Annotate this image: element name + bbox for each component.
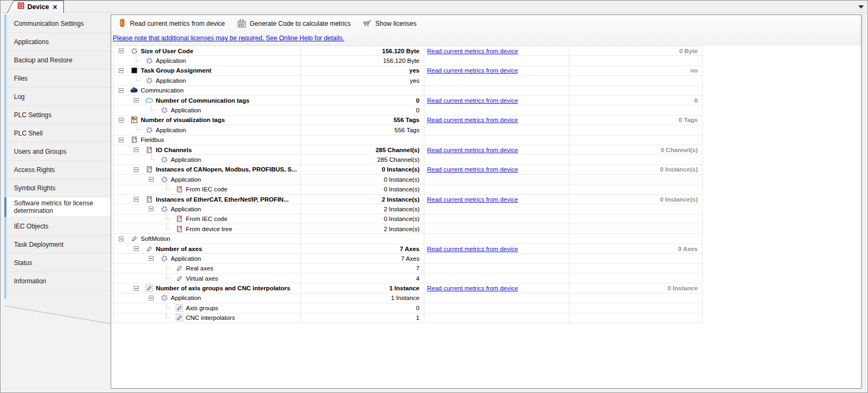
sidebar-item-applications[interactable]: Applications: [4, 33, 111, 51]
read-metrics-link[interactable]: Read current metrics from device: [427, 147, 518, 153]
metric-name-cell: Real axes: [114, 264, 301, 273]
read-metrics-link[interactable]: Read current metrics from device: [427, 67, 518, 74]
tree-slot: [133, 78, 145, 83]
metric-label: Application: [171, 107, 201, 113]
collapse-expander-icon[interactable]: [134, 197, 139, 202]
metric-link-cell: [424, 313, 569, 323]
sidebar-item-backup-and-restore[interactable]: Backup and Restore: [4, 51, 111, 69]
metric-row-application: Application1 Instance: [114, 294, 703, 303]
collapse-expander-icon[interactable]: [119, 237, 124, 241]
metric-label: Virtual axes: [186, 275, 218, 282]
close-icon[interactable]: ×: [53, 3, 57, 11]
tree-slot: [163, 266, 175, 271]
metric-name-cell: Application: [114, 254, 301, 263]
collapse-expander-icon[interactable]: [134, 286, 139, 291]
read-metrics-link[interactable]: Read current metrics from device: [427, 166, 518, 173]
metric-row-virtual-axes: Virtual axes4: [114, 274, 703, 283]
sidebar-item-label: Backup and Restore: [14, 56, 73, 64]
axis-icon: [130, 235, 138, 242]
tree-leaf-connector: [136, 125, 140, 130]
read-metrics-icon: [117, 19, 127, 28]
metric-value-cell: [301, 135, 424, 145]
collapse-expander-icon[interactable]: [119, 68, 124, 73]
sidebar-item-status[interactable]: Status: [4, 254, 111, 272]
read-metrics-link[interactable]: Read current metrics from device: [427, 97, 518, 104]
metric-link-cell: [424, 204, 569, 213]
sidebar-item-label: Files: [14, 75, 27, 82]
sidebar-filler: [4, 290, 111, 299]
metric-link-cell: Read current metrics from device: [424, 46, 569, 55]
tab-device[interactable]: Device ×: [7, 1, 64, 13]
metric-label: SoftMotion: [141, 235, 170, 242]
metric-value-cell: 7 Axes: [301, 244, 424, 253]
metric-row-size-of-user-code: Size of User Code156.120 ByteRead curren…: [114, 46, 703, 56]
read-current-metrics-from-device-button[interactable]: Read current metrics from device: [115, 18, 227, 29]
tree-slot: [148, 177, 160, 182]
collapse-expander-icon[interactable]: [149, 177, 154, 182]
metric-label: Fieldbus: [141, 137, 164, 143]
sidebar-item-communication-settings[interactable]: Communication Settings: [4, 15, 111, 33]
sidebar-item-task-deployment[interactable]: Task Deployment: [4, 235, 111, 254]
gear-icon: [160, 176, 168, 183]
collapse-expander-icon[interactable]: [119, 88, 124, 93]
metric-device-value-cell: [569, 204, 703, 213]
collapse-expander-icon[interactable]: [134, 147, 139, 152]
sidebar-item-access-rights[interactable]: Access Rights: [4, 161, 111, 179]
sidebar-item-label: Task Deployment: [14, 241, 63, 248]
metric-label: From device tree: [186, 226, 232, 232]
metric-name-cell: Application: [114, 175, 301, 184]
sidebar-item-users-and-groups[interactable]: Users and Groups: [4, 142, 111, 161]
metric-link-cell: [424, 234, 569, 243]
metric-row-cnc-interpolators: CNC interpolators1: [114, 313, 703, 323]
gear-icon: [145, 126, 153, 134]
metric-name-cell: IO Channels: [114, 145, 301, 154]
sidebar-item-label: Users and Groups: [14, 148, 66, 155]
sidebar-item-plc-settings[interactable]: PLC Settings: [4, 106, 111, 124]
metric-row-application: Applicationyes: [114, 76, 703, 85]
gear-icon: [160, 294, 168, 302]
collapse-expander-icon[interactable]: [149, 256, 154, 261]
gear-icon: [160, 205, 168, 213]
sidebar-item-information[interactable]: Information: [4, 272, 111, 290]
metric-label: Application: [171, 255, 201, 262]
sidebar-item-plc-shell[interactable]: PLC Shell: [4, 124, 111, 142]
metric-label: Number of axis groups and CNC interpolat…: [156, 285, 290, 291]
metric-link-cell: [424, 303, 569, 312]
metric-row-application: Application2 Instance(s): [114, 204, 703, 214]
collapse-expander-icon[interactable]: [134, 98, 139, 103]
sidebar-item-log[interactable]: Log: [4, 88, 111, 106]
metric-row-fieldbus: Fieldbus: [114, 135, 703, 145]
sidebar-item-symbol-rights[interactable]: Symbol Rights: [4, 179, 111, 197]
metric-device-value-cell: [569, 56, 703, 65]
collapse-expander-icon[interactable]: [134, 246, 139, 251]
generate-code-to-calculate-metrics-button[interactable]: Generate Code to calculate metrics: [235, 18, 353, 29]
tree-slot: [163, 187, 175, 192]
read-metrics-link[interactable]: Read current metrics from device: [427, 117, 518, 123]
collapse-expander-icon[interactable]: [119, 118, 124, 123]
collapse-expander-icon[interactable]: [149, 206, 154, 211]
read-metrics-link[interactable]: Read current metrics from device: [427, 246, 518, 252]
collapse-expander-icon[interactable]: [134, 167, 139, 172]
license-note-link[interactable]: Please note that additional licenses may…: [113, 34, 344, 42]
metric-device-value-cell: [569, 294, 703, 303]
read-metrics-link[interactable]: Read current metrics from device: [427, 196, 518, 203]
sidebar-item-files[interactable]: Files: [4, 69, 111, 88]
sidebar-item-software-metrics-for-license-determination[interactable]: Software metrics for license determinati…: [4, 197, 111, 217]
metric-link-cell: Read current metrics from device: [424, 195, 569, 204]
metric-link-cell: Read current metrics from device: [424, 244, 569, 253]
collapse-expander-icon[interactable]: [119, 48, 124, 53]
metric-value-cell: 0 Instance(s): [301, 165, 424, 174]
metric-link-cell: Read current metrics from device: [424, 96, 569, 105]
metric-label: Axis groups: [186, 305, 218, 311]
read-metrics-link[interactable]: Read current metrics from device: [427, 285, 518, 291]
read-metrics-link[interactable]: Read current metrics from device: [427, 48, 518, 54]
collapse-expander-icon[interactable]: [149, 296, 154, 301]
metric-device-value-cell: 0 Instance(s): [569, 195, 703, 204]
metric-name-cell: Virtual axes: [114, 274, 301, 283]
show-licenses-button[interactable]: Show licenses: [360, 18, 419, 29]
metric-value-cell: 1 Instance: [301, 283, 424, 292]
sidebar-item-iec-objects[interactable]: IEC Objects: [4, 217, 111, 235]
metric-name-cell: Fieldbus: [114, 135, 301, 145]
tab-overflow-chevron-down-icon[interactable]: [858, 5, 864, 9]
collapse-expander-icon[interactable]: [119, 138, 124, 142]
